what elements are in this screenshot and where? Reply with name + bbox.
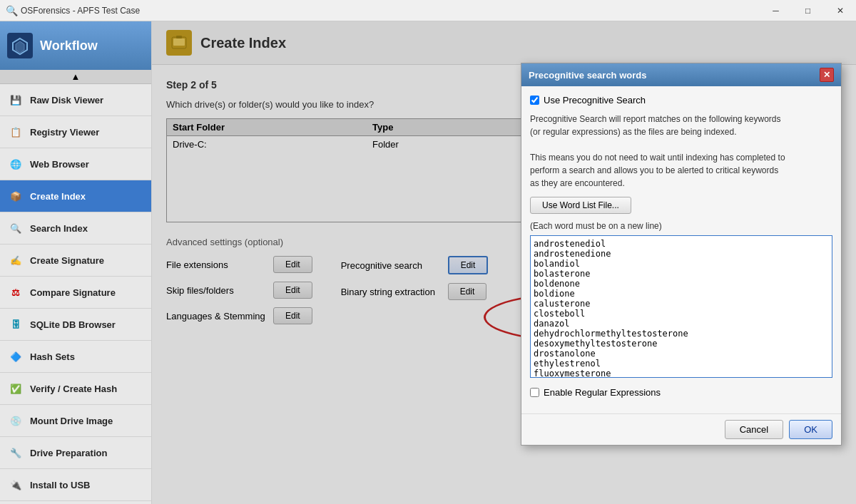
enable-regex-label: Enable Regular Expressions — [544, 387, 661, 398]
app-icon: 🔍 — [6, 5, 18, 16]
sidebar-label-raw-disk: Raw Disk Viewer — [30, 95, 103, 106]
main-content: Create Index Step 2 of 5 Which drive(s) … — [152, 21, 856, 504]
mount-icon: 💿 — [7, 412, 24, 429]
search-icon: 🔍 — [7, 220, 24, 237]
keywords-textarea[interactable]: androstenediol androstenedione bolandiol… — [530, 235, 832, 378]
close-button[interactable]: ✕ — [824, 0, 856, 21]
precognitive-description: Precognitive Search will report matches … — [530, 113, 832, 190]
sidebar: Workflow ▲ 💾 Raw Disk Viewer 📋 Registry … — [0, 21, 152, 504]
use-precognitive-label: Use Precognitive Search — [544, 95, 646, 106]
signature-icon: ✍ — [7, 252, 24, 269]
sidebar-item-install-usb[interactable]: 🔌 Install to USB — [0, 469, 151, 501]
sidebar-item-drive-prep[interactable]: 🔧 Drive Preparation — [0, 437, 151, 469]
ok-button[interactable]: OK — [789, 420, 832, 439]
web-icon: 🌐 — [7, 155, 24, 173]
usb-icon: 🔌 — [7, 476, 24, 493]
sidebar-item-search-index[interactable]: 🔍 Search Index — [0, 212, 151, 245]
instructions-label: (Each word must be on a new line) — [530, 221, 832, 231]
dialog-title: Precognitive search words — [529, 70, 646, 81]
sidebar-item-web-browser[interactable]: 🌐 Web Browser — [0, 148, 151, 180]
title-bar: 🔍 OSForensics - APFS Test Case ─ □ ✕ — [0, 0, 856, 21]
dialog-title-bar: Precognitive search words ✕ — [521, 63, 841, 86]
app-container: Workflow ▲ 💾 Raw Disk Viewer 📋 Registry … — [0, 21, 856, 504]
drive-icon: 🔧 — [7, 444, 24, 461]
sidebar-label-mount: Mount Drive Image — [30, 416, 113, 426]
sidebar-item-hash-sets[interactable]: 🔷 Hash Sets — [0, 341, 151, 373]
dialog-body: Use Precognitive Search Precognitive Sea… — [521, 86, 841, 413]
compare-icon: ⚖ — [7, 284, 24, 301]
hash-icon: 🔷 — [7, 348, 24, 365]
registry-icon: 📋 — [7, 123, 24, 140]
create-index-icon: 📦 — [7, 187, 24, 205]
sidebar-label-hash: Hash Sets — [30, 351, 75, 362]
sidebar-label-search: Search Index — [30, 223, 88, 234]
svg-marker-1 — [16, 41, 24, 53]
sidebar-label-sqlite: SQLite DB Browser — [30, 319, 116, 330]
sidebar-item-create-signature[interactable]: ✍ Create Signature — [0, 245, 151, 277]
enable-regex-row: Enable Regular Expressions — [530, 387, 832, 398]
sidebar-item-raw-disk[interactable]: 💾 Raw Disk Viewer — [0, 84, 151, 116]
sidebar-item-create-index[interactable]: 📦 Create Index — [0, 180, 151, 212]
sidebar-header: Workflow — [0, 21, 151, 70]
dialog-close-button[interactable]: ✕ — [820, 68, 834, 82]
sidebar-item-verify-hash[interactable]: ✅ Verify / Create Hash — [0, 373, 151, 405]
word-list-button[interactable]: Use Word List File... — [530, 197, 631, 214]
sidebar-item-sqlite[interactable]: 🗄 SQLite DB Browser — [0, 309, 151, 341]
use-precognitive-row: Use Precognitive Search — [530, 95, 832, 106]
dialog-footer: Cancel OK — [521, 413, 841, 445]
window-controls: ─ □ ✕ — [760, 0, 856, 21]
sqlite-icon: 🗄 — [7, 316, 24, 333]
minimize-button[interactable]: ─ — [760, 0, 792, 21]
sidebar-item-exit[interactable]: ❌ Exit — [0, 501, 151, 504]
precognitive-dialog: Precognitive search words ✕ Use Precogni… — [521, 63, 842, 446]
sidebar-item-mount-drive[interactable]: 💿 Mount Drive Image — [0, 405, 151, 437]
sidebar-label-drive-prep: Drive Preparation — [30, 448, 107, 458]
cancel-button[interactable]: Cancel — [725, 420, 783, 439]
sidebar-label-registry: Registry Viewer — [30, 127, 99, 138]
app-logo — [7, 33, 33, 58]
sidebar-item-registry[interactable]: 📋 Registry Viewer — [0, 116, 151, 148]
sidebar-scroll-up[interactable]: ▲ — [0, 70, 151, 84]
disk-icon: 💾 — [7, 91, 24, 108]
sidebar-label-signature: Create Signature — [30, 255, 104, 266]
sidebar-label-compare: Compare Signature — [30, 287, 116, 298]
sidebar-title: Workflow — [40, 38, 98, 53]
sidebar-label-verify: Verify / Create Hash — [30, 384, 117, 394]
enable-regex-checkbox[interactable] — [530, 388, 539, 397]
sidebar-label-web: Web Browser — [30, 159, 89, 170]
sidebar-item-compare-signature[interactable]: ⚖ Compare Signature — [0, 277, 151, 309]
app-title: OSForensics - APFS Test Case — [21, 6, 140, 16]
maximize-button[interactable]: □ — [792, 0, 824, 21]
sidebar-label-usb: Install to USB — [30, 480, 91, 490]
use-precognitive-checkbox[interactable] — [530, 96, 539, 105]
sidebar-label-create-index: Create Index — [30, 191, 86, 202]
verify-icon: ✅ — [7, 380, 24, 397]
